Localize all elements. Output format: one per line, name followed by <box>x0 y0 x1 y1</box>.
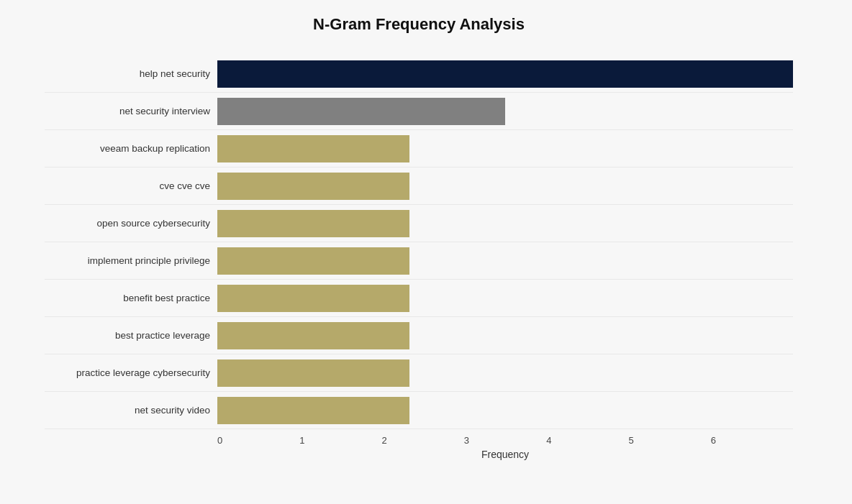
bar-track <box>217 354 793 391</box>
bar-track <box>217 93 793 129</box>
bar-label: implement principle privilege <box>45 255 217 266</box>
bar-row: veeam backup replication <box>45 130 793 168</box>
bar-fill <box>217 135 409 162</box>
bar-label: net security video <box>45 405 217 416</box>
bar-fill <box>217 247 409 275</box>
bar-fill <box>217 359 409 387</box>
bar-label: benefit best practice <box>45 293 217 303</box>
bar-fill <box>217 98 505 125</box>
bar-label: cve cve cve <box>45 180 217 191</box>
bar-fill <box>217 397 409 424</box>
bar-label: best practice leverage <box>45 330 217 341</box>
bar-track <box>217 242 793 279</box>
x-tick: 6 <box>711 435 793 446</box>
bar-track <box>217 130 793 167</box>
bar-track <box>217 55 793 92</box>
bar-track <box>217 392 793 429</box>
bar-row: benefit best practice <box>45 280 793 317</box>
bar-track <box>217 205 793 242</box>
x-tick: 0 <box>217 435 299 446</box>
bar-fill <box>217 60 793 88</box>
bar-fill <box>217 285 409 312</box>
bar-row: help net security <box>45 55 793 93</box>
bar-label: open source cybersecurity <box>45 218 217 229</box>
x-tick: 2 <box>382 435 464 446</box>
chart-container: N-Gram Frequency Analysis help net secur… <box>30 1 822 503</box>
x-tick: 3 <box>464 435 546 446</box>
bar-row: cve cve cve <box>45 168 793 205</box>
bar-fill <box>217 173 409 200</box>
bar-track <box>217 317 793 354</box>
x-tick: 4 <box>546 435 628 446</box>
chart-title: N-Gram Frequency Analysis <box>45 15 793 34</box>
bar-row: best practice leverage <box>45 317 793 354</box>
x-tick: 1 <box>299 435 381 446</box>
x-axis-title: Frequency <box>217 449 793 460</box>
bar-row: open source cybersecurity <box>45 205 793 242</box>
bar-label: veeam backup replication <box>45 143 217 154</box>
bar-label: help net security <box>45 68 217 79</box>
bar-row: net security interview <box>45 93 793 130</box>
chart-area: help net securitynet security interviewv… <box>45 55 793 429</box>
bar-label: practice leverage cybersecurity <box>45 367 217 378</box>
bar-label: net security interview <box>45 106 217 116</box>
x-axis-labels: 0123456 <box>217 435 793 446</box>
x-axis: 0123456 <box>217 435 793 446</box>
bar-row: net security video <box>45 392 793 429</box>
bar-fill <box>217 210 409 237</box>
bar-row: implement principle privilege <box>45 242 793 280</box>
bar-row: practice leverage cybersecurity <box>45 354 793 392</box>
bar-track <box>217 280 793 316</box>
bar-track <box>217 168 793 204</box>
x-tick: 5 <box>628 435 710 446</box>
bar-fill <box>217 322 409 349</box>
